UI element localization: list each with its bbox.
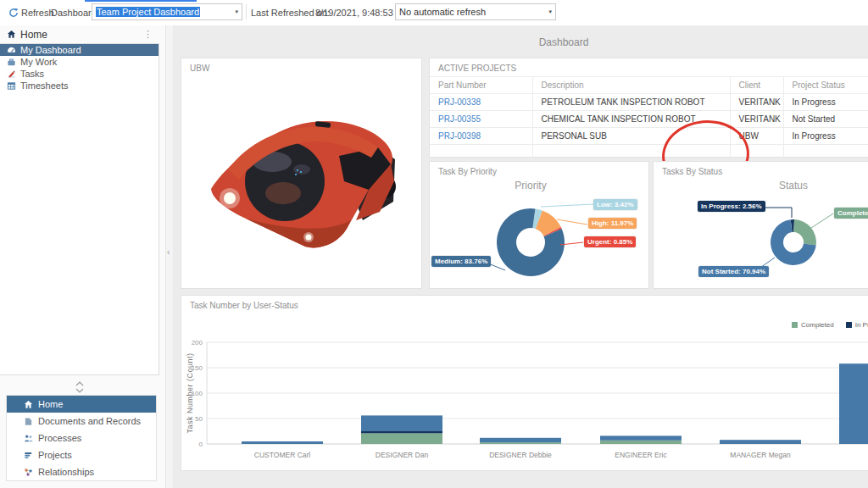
nav-item-label: Projects: [38, 450, 72, 460]
ubw-image-panel: UBW: [181, 58, 422, 289]
table-header-row: Part Number Description Client Project S…: [430, 77, 868, 94]
stacked-bar-chart: 050100150200CUSTOMER CarlDESIGNER DanDES…: [181, 296, 868, 470]
callout-high: High: 11.97%: [588, 218, 637, 229]
toolbar: Refresh Dashboard Team Project Dasbhoard…: [0, 0, 868, 26]
svg-text:DESIGNER Dan: DESIGNER Dan: [376, 451, 429, 459]
task-number-by-user-status-panel: Task Number by User-Status Completed In …: [181, 295, 868, 471]
active-projects-table: Part Number Description Client Project S…: [430, 76, 868, 161]
sidebar-item-label: My Work: [20, 57, 57, 67]
tasks-by-status-panel: Tasks By Status Status In Progress: 2.56…: [653, 161, 868, 289]
sidebar-item-timesheets[interactable]: Timesheets: [0, 80, 159, 92]
cell-client: VERITANK: [730, 94, 783, 111]
chevron-down-icon[interactable]: ▾: [543, 8, 552, 15]
gauge-icon: [7, 46, 16, 55]
callout-completed: Completed: [834, 208, 868, 219]
refresh-icon[interactable]: [8, 8, 19, 18]
table-row-empty: [430, 145, 868, 162]
sidebar-item-tasks[interactable]: Tasks: [0, 68, 159, 80]
table-row[interactable]: PRJ-00355 CHEMICAL TANK INSPECTION ROBOT…: [430, 111, 868, 128]
sidebar: Home ⋮ My Dashboard My Work Tasks: [0, 25, 166, 488]
kebab-menu-icon[interactable]: ⋮: [143, 29, 153, 40]
svg-text:50: 50: [195, 415, 203, 423]
sidebar-resize-handle[interactable]: ‹: [166, 25, 174, 488]
sidebar-bottom-nav: Home Documents and Records Processes Pro…: [6, 395, 157, 481]
chevron-up-icon[interactable]: [75, 381, 84, 386]
sidebar-header: Home ⋮: [0, 25, 159, 43]
nav-item-label: Documents and Records: [38, 416, 141, 426]
home-icon: [24, 400, 33, 409]
people-icon: [24, 434, 33, 443]
column-header-project-status[interactable]: Project Status: [783, 77, 868, 94]
sidebar-item-my-dashboard[interactable]: My Dashboard: [0, 44, 159, 56]
sidebar-item-label: Tasks: [20, 69, 44, 79]
active-projects-panel: ACTIVE PROJECTS Part Number Description …: [429, 58, 868, 158]
project-link[interactable]: PRJ-00355: [438, 114, 481, 124]
callout-in-progress: In Progress: 2.56%: [698, 201, 765, 212]
cell-client: VERITANK: [730, 111, 783, 128]
cell-status: Not Started: [783, 111, 868, 128]
nav-item-label: Relationships: [38, 467, 94, 477]
sidebar-item-label: Timesheets: [20, 80, 68, 91]
project-link[interactable]: PRJ-00338: [438, 97, 481, 107]
cell-status: In Progress: [783, 94, 868, 111]
auto-refresh-select[interactable]: No automatic refresh ▾: [395, 3, 556, 20]
panel-title: ACTIVE PROJECTS: [430, 58, 868, 75]
svg-text:DESIGNER Debbie: DESIGNER Debbie: [489, 451, 552, 459]
collapse-sidebar-icon[interactable]: ‹: [167, 247, 170, 257]
dashboard-select[interactable]: Team Project Dasbhoard ▾: [92, 3, 242, 20]
dashboard-select-value: Team Project Dasbhoard: [96, 7, 200, 17]
nav-item-relationships[interactable]: Relationships: [7, 463, 156, 480]
callout-not-started: Not Started: 70.94%: [698, 266, 769, 277]
callout-urgent: Urgent: 0.85%: [584, 236, 636, 247]
sidebar-header-title: Home: [20, 29, 47, 41]
column-header-description[interactable]: Description: [532, 77, 730, 94]
document-icon: [24, 417, 33, 426]
chevron-down-icon[interactable]: [75, 388, 84, 393]
callout-low: Low: 3.42%: [593, 199, 637, 210]
page-title: Dashboard: [174, 36, 868, 48]
table-row[interactable]: PRJ-00338 PETROLEUM TANK INSPECTION ROBO…: [430, 94, 868, 111]
sidebar-item-label: My Dashboard: [20, 45, 81, 55]
column-header-part-number[interactable]: Part Number: [430, 77, 532, 94]
callout-medium: Medium: 83.76%: [431, 256, 491, 267]
panel-title: UBW: [181, 58, 421, 75]
relationships-icon: [24, 468, 33, 477]
gantt-bars-icon: [24, 451, 33, 460]
nav-item-label: Home: [38, 399, 63, 409]
cell-status: In Progress: [783, 128, 868, 145]
project-link[interactable]: PRJ-00398: [438, 131, 481, 141]
chevron-down-icon[interactable]: ▾: [230, 8, 238, 15]
svg-text:200: 200: [192, 339, 203, 347]
refresh-button[interactable]: Refresh: [21, 8, 54, 18]
svg-text:Task Number (Count): Task Number (Count): [186, 352, 194, 433]
column-header-client[interactable]: Client: [730, 77, 783, 94]
app-window: Refresh Dashboard Team Project Dasbhoard…: [0, 0, 868, 488]
cell-description: PETROLEUM TANK INSPECTION ROBOT: [532, 94, 730, 111]
dashboard-label: Dashboard: [51, 8, 97, 18]
sidebar-tree: My Dashboard My Work Tasks Timesheets: [0, 43, 159, 375]
cell-description: PERSONAL SUB: [532, 128, 730, 145]
dashboard-content: Dashboard UBW: [174, 25, 868, 488]
briefcase-icon: [7, 58, 16, 67]
table-row[interactable]: PRJ-00398 PERSONAL SUB UBW In Progress: [430, 128, 868, 145]
active-tab-indicator: [85, 0, 197, 2]
svg-text:0: 0: [199, 441, 203, 448]
task-by-priority-panel: Task By Priority Priority Low: 3.42% Hig…: [429, 161, 649, 289]
nav-item-documents-and-records[interactable]: Documents and Records: [7, 413, 156, 430]
svg-text:ENGINEER Eric: ENGINEER Eric: [615, 451, 667, 459]
sidebar-item-my-work[interactable]: My Work: [0, 56, 159, 68]
nav-item-projects[interactable]: Projects: [7, 446, 156, 463]
submarine-illustration: [181, 75, 423, 282]
svg-text:CUSTOMER Carl: CUSTOMER Carl: [254, 451, 311, 459]
cell-client: UBW: [730, 128, 783, 145]
cell-description: CHEMICAL TANK INSPECTION ROBOT: [532, 111, 730, 128]
nav-item-home[interactable]: Home: [7, 396, 156, 413]
nav-item-processes[interactable]: Processes: [7, 430, 156, 446]
home-icon: [7, 30, 16, 39]
svg-text:MANAGER Megan: MANAGER Megan: [730, 451, 791, 459]
table-icon: [7, 81, 16, 91]
nav-item-label: Processes: [38, 433, 81, 443]
toolbar-separator: [246, 4, 247, 19]
pencil-icon: [7, 69, 16, 79]
auto-refresh-value: No automatic refresh: [399, 7, 486, 17]
